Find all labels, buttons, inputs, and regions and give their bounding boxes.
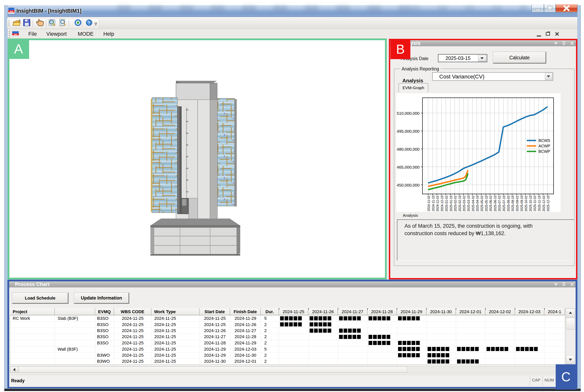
svg-text:2024-11-01: 2024-11-01: [427, 196, 430, 211]
svg-text:2025-09-01: 2025-09-01: [516, 196, 519, 212]
svg-text:2025-02-01: 2025-02-01: [454, 196, 457, 212]
svg-text:BIM: BIM: [10, 10, 13, 12]
svg-text:2025-01-15: 2025-01-15: [449, 196, 453, 212]
svg-text:?: ?: [88, 20, 90, 25]
svg-text:2025-04-01: 2025-04-01: [471, 196, 475, 212]
svg-text:2024-12-01: 2024-12-01: [436, 196, 439, 212]
svg-text:2025-12-01: 2025-12-01: [542, 196, 545, 212]
svg-text:2025-12-15: 2025-12-15: [546, 196, 550, 212]
svg-text:BCWS: BCWS: [538, 138, 550, 143]
svg-text:2025-07-15: 2025-07-15: [502, 196, 506, 212]
svg-text:2025-04-15: 2025-04-15: [476, 196, 479, 212]
svg-text:ACWP: ACWP: [538, 144, 550, 148]
svg-text:BCWP: BCWP: [538, 149, 550, 154]
svg-text:2025-11-01: 2025-11-01: [533, 196, 536, 211]
svg-text:2025-11-15: 2025-11-15: [538, 196, 541, 211]
svg-text:2024-11-15: 2024-11-15: [432, 196, 435, 211]
svg-text:2025-03-15: 2025-03-15: [467, 196, 470, 212]
svg-text:2024-12-15: 2024-12-15: [440, 196, 444, 212]
svg-text:2025-05-15: 2025-05-15: [485, 196, 488, 212]
svg-text:2025-08-01: 2025-08-01: [507, 196, 510, 212]
svg-text:2025-02-15: 2025-02-15: [458, 196, 462, 212]
svg-text:2025-01-01: 2025-01-01: [445, 196, 448, 212]
svg-text:2025-07-01: 2025-07-01: [498, 196, 501, 212]
svg-text:495,000,000: 495,000,000: [397, 129, 420, 134]
svg-text:2025-10-15: 2025-10-15: [529, 196, 532, 212]
svg-text:510,000,000: 510,000,000: [397, 111, 420, 116]
svg-text:2025-06-01: 2025-06-01: [489, 196, 492, 212]
svg-text:2025-05-01: 2025-05-01: [480, 196, 484, 212]
svg-text:2025-08-15: 2025-08-15: [511, 196, 514, 212]
svg-text:2025-10-01: 2025-10-01: [524, 196, 528, 212]
svg-text:2025-09-15: 2025-09-15: [520, 196, 523, 212]
svg-text:465,000,000: 465,000,000: [397, 165, 420, 169]
svg-text:450,000,000: 450,000,000: [397, 183, 420, 187]
svg-text:BIM: BIM: [14, 34, 17, 36]
svg-text:480,000,000: 480,000,000: [397, 147, 420, 152]
svg-text:2025-06-15: 2025-06-15: [494, 196, 497, 212]
svg-text:2025-03-01: 2025-03-01: [462, 196, 466, 212]
